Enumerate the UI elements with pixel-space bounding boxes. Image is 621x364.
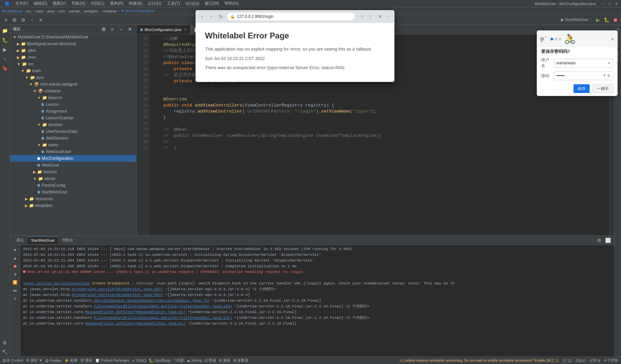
console-icon-down[interactable]: ▼ — [11, 246, 19, 254]
tree-item-mvn[interactable]: ▶ 📁 .mvn — [10, 54, 136, 61]
save-button[interactable]: 保存 — [573, 84, 590, 93]
tree-item-com-wanan[interactable]: ▼ 📦 com.wanan.webgoat — [10, 81, 136, 88]
status-services[interactable]: ⚙ 服务 — [219, 358, 231, 363]
tree-item-parentconfig[interactable]: ⬟ ParentConfig — [10, 182, 136, 189]
tree-item-webgoat[interactable]: ⬟ WebGoat — [10, 162, 136, 169]
panel-gear-icon[interactable]: ⚙ — [100, 26, 107, 33]
tree-item-java[interactable]: ▼ 📁 java — [10, 74, 136, 81]
tree-item-server-dir[interactable]: ▶ 📁 ${webgoat.server.directory} — [10, 40, 136, 47]
tree-item-websession[interactable]: ⬟ WebSession — [10, 135, 136, 142]
sidebar-git-icon[interactable]: ⑂ — [1, 55, 9, 63]
tree-item-src[interactable]: ▼ 📁 src — [10, 61, 136, 67]
console-icon-up[interactable]: ▲ — [11, 254, 19, 262]
breadcrumb-src[interactable]: src — [27, 9, 32, 13]
password-show-icon[interactable]: 👁 — [607, 73, 611, 78]
tree-item-lessonscanner[interactable]: ⬟ LessonScanner — [10, 115, 136, 121]
browser-icon-1[interactable]: ☆ — [359, 13, 365, 20]
panel-close-icon[interactable]: ✕ — [126, 26, 134, 33]
log-link-6[interactable]: FilterHandler$FilterChainImpl.doFilter(F… — [94, 316, 232, 320]
tree-item-idea[interactable]: ▶ 📁 .idea — [10, 47, 136, 54]
status-todo[interactable]: ≡ TODO — [132, 359, 146, 363]
tree-item-users-folder[interactable]: ▼ 📁 users — [10, 142, 136, 148]
tree-item-lessons2[interactable]: ▶ 📁 lessons — [10, 169, 136, 175]
never-button[interactable]: 一律不 — [592, 84, 613, 93]
status-encoding[interactable]: UTF-8 — [590, 359, 600, 363]
status-tests[interactable]: ⚙ 测试 ▼ — [26, 358, 42, 363]
menu-item-help[interactable]: 帮助(H) — [222, 1, 241, 6]
tree-item-main[interactable]: ▼ 📁 main — [10, 67, 136, 74]
tree-item-server-folder[interactable]: ▼ 📁 server — [10, 175, 136, 182]
tree-item-session-folder[interactable]: ▼ 📁 session — [10, 121, 136, 128]
menu-item-view[interactable]: 视图(V) — [50, 1, 69, 6]
password-dropdown-icon[interactable]: ▼ — [603, 73, 606, 78]
toolbar-structure-button[interactable]: ⊞ — [11, 16, 18, 24]
tree-item-mywebgoat[interactable]: ▼ MyWebGoat D:\Download\MyWebGoat — [10, 34, 136, 40]
tab-close-icon[interactable]: ✕ — [184, 28, 187, 32]
status-spring[interactable]: ☁ Spring — [186, 358, 202, 363]
toolbar-close-button[interactable]: ✕ — [37, 16, 45, 24]
sidebar-settings-icon[interactable]: ⚙ — [1, 338, 9, 347]
stop-button[interactable]: ⏹ — [612, 16, 619, 24]
menu-item-vcs[interactable]: VCS(S) — [183, 1, 202, 6]
toolbar-settings-button[interactable]: ⚙ — [20, 16, 27, 24]
tree-item-assignment[interactable]: ⬟ Assignment — [10, 108, 136, 115]
panel-list-icon[interactable]: ≡ — [109, 26, 116, 33]
toolbar-project-button[interactable]: ≡ — [2, 16, 9, 24]
menu-item-edit[interactable]: 编辑(E) — [31, 1, 50, 6]
log-link-5[interactable]: ManagedFilter.doFilter(ManagedFilter.jav… — [85, 310, 185, 314]
console-icon-next[interactable]: ⏭ — [11, 287, 19, 294]
tree-item-usersessiondata[interactable]: ⬟ UserSessionData — [10, 128, 136, 135]
status-indent[interactable]: 4 个空格 — [604, 358, 618, 363]
tree-item-lesson[interactable]: ⬟ Lesson — [10, 101, 136, 108]
tree-item-startwebgoat[interactable]: ⬟ StartWebGoat — [10, 189, 136, 195]
bottom-settings-icon[interactable]: ⚙ — [595, 237, 603, 244]
password-input[interactable]: •••••• ▼ 👁 — [554, 71, 613, 80]
status-detect[interactable]: ⚡ 检测 — [64, 358, 78, 363]
create-breakpoint-link[interactable]: Create breakpoint — [92, 281, 130, 285]
breadcrumb-project[interactable]: MyWebGoat — [2, 9, 23, 13]
log-link-3[interactable]: ServletHandler.handleRequest(ServletHand… — [94, 299, 210, 303]
menu-item-code[interactable]: 代码(C) — [88, 1, 107, 6]
breadcrumb-com[interactable]: com — [58, 9, 65, 13]
debug-button[interactable]: 🐛 — [603, 16, 610, 24]
console-icon-stop[interactable]: ⏹ — [11, 263, 19, 270]
panel-minimize-icon[interactable]: – — [117, 26, 125, 33]
tab-debug[interactable]: 调试 — [13, 237, 27, 244]
tree-item-container[interactable]: ▼ 📦 container — [10, 88, 136, 94]
breadcrumb-container[interactable]: container — [102, 9, 117, 13]
status-spotbugs[interactable]: 🐛 SpotBugs — [149, 358, 171, 363]
bottom-expand-icon[interactable]: ⬜ — [604, 237, 612, 244]
status-debug[interactable]: ④ 调试 — [80, 358, 92, 363]
breadcrumb-java[interactable]: java — [47, 9, 54, 13]
tree-item-templates[interactable]: ▶ 📁 templates — [10, 202, 136, 209]
tab-startwebgoat[interactable]: StartWebGoat — [28, 237, 58, 244]
menu-item-build[interactable]: 构建(B) — [126, 1, 145, 6]
browser-refresh-button[interactable]: ↻ — [217, 13, 225, 20]
browser-forward-button[interactable]: › — [208, 13, 215, 20]
toolbar-minus-button[interactable]: – — [28, 16, 36, 24]
menu-item-window[interactable]: 窗口(W) — [202, 1, 222, 6]
menu-item-file[interactable]: 文件(F) — [12, 1, 31, 6]
console-icon-bottom[interactable]: ⏬ — [11, 279, 19, 286]
menu-item-run[interactable]: 运行(U) — [145, 1, 164, 6]
breadcrumb-main[interactable]: main — [35, 9, 43, 13]
menu-item-navigate[interactable]: 导航(N) — [69, 1, 88, 6]
maximize-button[interactable]: □ — [607, 1, 612, 6]
sidebar-project-icon[interactable]: 📁 — [1, 26, 9, 35]
username-input[interactable]: wananwan ▼ — [554, 59, 613, 67]
log-link-7[interactable]: ManagedFilter.doFilter(ManagedFilter.jav… — [85, 322, 185, 326]
console-icon-pause[interactable]: ⏸ — [11, 271, 19, 278]
tab-console[interactable]: 控制台 — [59, 237, 77, 244]
run-button[interactable]: ▶ — [594, 16, 601, 24]
log-link-1[interactable]: HttpServlet.service(HttpServlet.java:497… — [72, 287, 163, 291]
sidebar-debug-icon[interactable]: 🐛 — [1, 36, 9, 44]
status-line-ending[interactable]: CRLF — [576, 359, 586, 363]
console-icon-menu[interactable]: ≡ — [11, 295, 19, 302]
sidebar-build-icon[interactable]: 🔨 — [1, 348, 9, 357]
menu-item-refactor[interactable]: 重构(R) — [107, 1, 126, 6]
exception-link[interactable]: javax.servlet.ServletException — [23, 281, 90, 285]
log-link-4[interactable]: FilterHandler$FilterChainImpl.doFilter(F… — [94, 304, 232, 308]
popup-close-button[interactable]: ✕ — [611, 36, 615, 42]
menu-item-tools[interactable]: 工具(T) — [164, 1, 183, 6]
breadcrumb-webgoat[interactable]: webgoat — [84, 9, 98, 13]
